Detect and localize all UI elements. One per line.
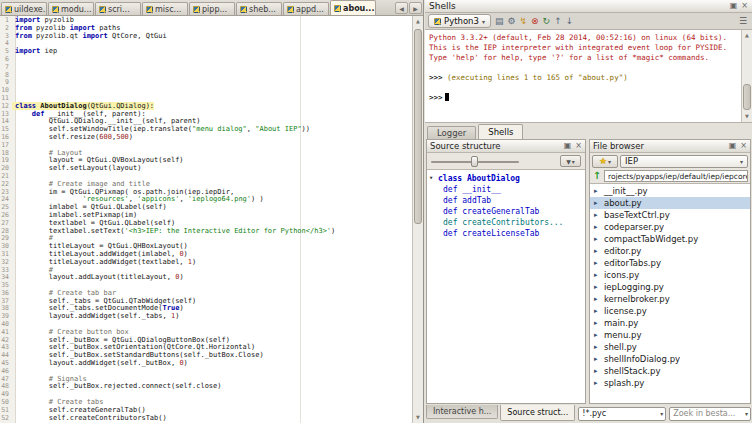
close-panel-icon[interactable]: × (740, 142, 747, 150)
shell-scrollbar[interactable]: ▲ ▼ (741, 30, 752, 122)
tool-tab[interactable]: Interactive h... (426, 405, 498, 419)
source-structure-item[interactable]: def createGeneralTab (429, 206, 583, 217)
expander-icon[interactable]: ▸ (594, 379, 600, 387)
editor-tab[interactable]: uildexe... (1, 2, 47, 15)
file-row[interactable]: ▸splash.py (590, 377, 750, 389)
close-panel-icon[interactable]: × (575, 142, 582, 150)
project-selector[interactable]: IEP ▾ (620, 155, 748, 168)
expander-icon[interactable]: ▾ (429, 173, 436, 184)
file-row[interactable]: ▸license.py (590, 305, 750, 317)
file-filter-input[interactable] (582, 409, 660, 418)
file-row[interactable]: ▸shellInfoDialog.py (590, 353, 750, 365)
shell-line: >>> (executing lines 1 to 165 of "about.… (429, 73, 748, 83)
code-line: 45 layout.addWidget(self._butBox, 0) (0, 360, 412, 368)
file-row[interactable]: ▸shell.py (590, 341, 750, 353)
float-panel-icon[interactable]: ▣ (729, 142, 737, 150)
editor-tab[interactable]: sheb... (236, 2, 282, 15)
editor-scrollbar-thumb[interactable] (414, 29, 422, 224)
scroll-up-icon[interactable]: ▲ (742, 31, 752, 40)
chevron-down-icon[interactable]: ▾ (660, 410, 663, 417)
code-editor[interactable]: 1import pyzolib2from pyzolib import path… (0, 16, 423, 423)
terminate-icon[interactable]: ⊗ (531, 17, 539, 26)
file-row[interactable]: ▸menu.py (590, 329, 750, 341)
python-file-icon (240, 6, 247, 13)
source-structure-item[interactable]: def __init__ (429, 184, 583, 195)
expander-icon[interactable]: ▸ (594, 271, 600, 279)
bookmarks-button[interactable]: ★ ▾ (592, 155, 618, 168)
file-row[interactable]: ▸editor.py (590, 245, 750, 257)
interrupt-icon[interactable]: ↯ (519, 17, 527, 26)
shell-output[interactable]: Python 3.3.2+ (default, Feb 28 2014, 00:… (425, 30, 752, 123)
scroll-up-icon[interactable]: ↑ (554, 17, 562, 26)
close-panel-icon[interactable]: × (741, 2, 748, 10)
path-input[interactable]: rojects/pyapps/iep/default/iep/iepcore (604, 170, 748, 182)
scroll-up-icon[interactable]: ▲ (413, 17, 423, 26)
shell-menu-icon[interactable]: ☰ (739, 17, 749, 26)
chevron-down-icon[interactable]: ▾ (745, 410, 748, 417)
file-row[interactable]: ▸codeparser.py (590, 221, 750, 233)
slider-handle[interactable] (471, 156, 478, 167)
shell-scrollbar-thumb[interactable] (743, 84, 751, 110)
file-row[interactable]: ▸main.py (590, 317, 750, 329)
shell-line: Type 'help' for help, type '?' for a lis… (429, 53, 748, 63)
tab-scroll-right-icon[interactable]: ▶ (409, 2, 422, 14)
file-row[interactable]: ▸kernelbroker.py (590, 293, 750, 305)
expander-icon[interactable]: ▸ (594, 283, 600, 291)
editor-tab[interactable]: scri... (95, 2, 141, 15)
shell-list-icon[interactable]: ▤ (495, 17, 504, 26)
shell-config-icon[interactable]: ⚙ (507, 17, 515, 26)
expander-icon[interactable]: ▸ (594, 355, 600, 363)
file-browser-panel: File browser ▣ × ★ ▾ IEP ▾ (589, 139, 751, 404)
expander-icon[interactable]: ▸ (594, 211, 600, 219)
file-row[interactable]: ▸__init__.py (590, 185, 750, 197)
expander-icon[interactable]: ▸ (594, 223, 600, 231)
scroll-down-icon[interactable]: ▼ (742, 112, 752, 121)
editor-tab[interactable]: abou... (330, 0, 376, 15)
editor-tab[interactable]: modu... (48, 2, 94, 15)
editor-scrollbar[interactable]: ▲ ▼ (412, 16, 423, 423)
expander-icon[interactable]: ▸ (594, 235, 600, 243)
file-name: compactTabWidget.py (604, 234, 698, 244)
expander-icon[interactable]: ▸ (594, 259, 600, 267)
source-structure-item[interactable]: def createLicenseTab (429, 228, 583, 239)
file-row[interactable]: ▸compactTabWidget.py (590, 233, 750, 245)
expander-icon[interactable]: ▸ (594, 331, 600, 339)
file-row[interactable]: ▸about.py (590, 197, 750, 209)
file-row[interactable]: ▸shellStack.py (590, 365, 750, 377)
editor-tab[interactable]: pipp... (189, 2, 235, 15)
shell-tab-python3[interactable]: Python3 ▾ (428, 14, 491, 28)
expander-icon[interactable]: ▸ (594, 199, 600, 207)
editor-tab[interactable]: misc... (142, 2, 188, 15)
shell-line (429, 63, 748, 73)
file-name: editorTabs.py (604, 258, 661, 268)
shell-area-tab[interactable]: Shells (478, 124, 523, 139)
up-directory-icon[interactable]: ↑ (592, 171, 602, 181)
expander-icon[interactable]: ▸ (594, 307, 600, 315)
tab-scroll-left-icon[interactable]: ◀ (395, 2, 408, 14)
restart-icon[interactable]: ↻ (543, 17, 551, 26)
expander-icon[interactable]: ▸ (594, 295, 600, 303)
float-panel-icon[interactable]: ▣ (730, 2, 738, 10)
tool-tab[interactable]: Source struct... (500, 405, 575, 421)
source-structure-item[interactable]: def createContributors... (429, 217, 583, 228)
source-structure-item[interactable]: ▾class AboutDialog (429, 173, 583, 184)
editor-tab[interactable]: appd... (283, 2, 329, 15)
structure-depth-slider[interactable] (431, 156, 519, 167)
shell-area-tab[interactable]: Logger (427, 126, 476, 139)
expander-icon[interactable]: ▸ (594, 343, 600, 351)
file-row[interactable]: ▸baseTextCtrl.py (590, 209, 750, 221)
float-panel-icon[interactable]: ▣ (564, 142, 572, 150)
scroll-down-icon[interactable]: ↓ (566, 17, 574, 26)
python-file-icon (5, 6, 12, 13)
file-row[interactable]: ▸editorTabs.py (590, 257, 750, 269)
expander-icon[interactable]: ▸ (594, 187, 600, 195)
file-row[interactable]: ▸iepLogging.py (590, 281, 750, 293)
file-row[interactable]: ▸icons.py (590, 269, 750, 281)
expander-icon[interactable]: ▸ (594, 247, 600, 255)
expander-icon[interactable]: ▸ (594, 319, 600, 327)
source-structure-item[interactable]: def addTab (429, 195, 583, 206)
scroll-down-icon[interactable]: ▼ (413, 413, 423, 422)
expander-icon[interactable]: ▸ (594, 367, 600, 375)
filter-button[interactable]: ▼ ▾ (560, 155, 581, 167)
search-input[interactable] (673, 409, 745, 418)
